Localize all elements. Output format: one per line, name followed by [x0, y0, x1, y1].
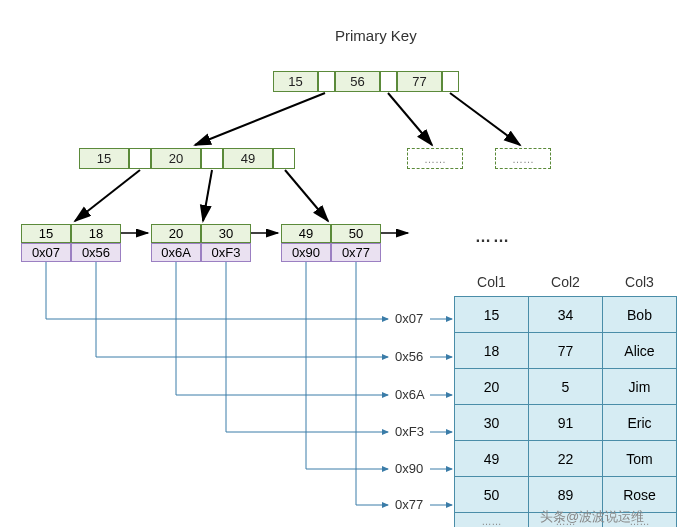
internal-gap — [273, 148, 295, 169]
pointer-line — [176, 262, 388, 395]
leaf-pointer: 0x56 — [71, 243, 121, 262]
root-key: 15 — [273, 71, 318, 92]
leaf-node: 20 30 0x6A 0xF3 — [151, 224, 251, 262]
internal-key: 15 — [79, 148, 129, 169]
pointer-label: 0x90 — [395, 461, 423, 476]
table-header-row: Col1 Col2 Col3 — [455, 268, 677, 297]
root-gap — [380, 71, 397, 92]
table-row: 4922Tom — [455, 441, 677, 477]
pointer-label: 0x56 — [395, 349, 423, 364]
table-header: Col1 — [455, 268, 529, 297]
pointer-label: 0x07 — [395, 311, 423, 326]
root-key: 77 — [397, 71, 442, 92]
table-row: 205Jim — [455, 369, 677, 405]
diagram-title: Primary Key — [335, 27, 417, 44]
pointer-line — [226, 262, 388, 432]
arrow-internal-to-leaf — [285, 170, 328, 221]
table-header: Col3 — [603, 268, 677, 297]
internal-gap — [201, 148, 223, 169]
root-gap — [318, 71, 335, 92]
internal-key: 49 — [223, 148, 273, 169]
root-node: 15 56 77 — [273, 71, 459, 92]
arrow-internal-to-leaf — [203, 170, 212, 221]
arrow-internal-to-leaf — [75, 170, 140, 221]
pointer-label: 0x77 — [395, 497, 423, 512]
leaf-node: 49 50 0x90 0x77 — [281, 224, 381, 262]
leaf-key: 20 — [151, 224, 201, 243]
internal-node: 15 20 49 — [79, 148, 295, 169]
ellipsis: …… — [475, 228, 511, 246]
placeholder-node: …… — [407, 148, 463, 169]
pointer-label: 0xF3 — [395, 424, 424, 439]
watermark-text: 头条@波波说运维 — [540, 508, 644, 526]
arrow-root-to-internal — [195, 93, 325, 145]
root-gap — [442, 71, 459, 92]
table-row: 1877Alice — [455, 333, 677, 369]
diagram-canvas: Primary Key 15 56 77 15 20 49 …… …… 15 1… — [0, 0, 687, 527]
leaf-pointer: 0x6A — [151, 243, 201, 262]
leaf-pointer: 0x77 — [331, 243, 381, 262]
pointer-label: 0x6A — [395, 387, 425, 402]
leaf-pointer: 0xF3 — [201, 243, 251, 262]
leaf-key: 50 — [331, 224, 381, 243]
data-table: Col1 Col2 Col3 1534Bob 1877Alice 205Jim … — [454, 268, 677, 527]
arrow-root-to-placeholder — [450, 93, 520, 145]
table-row: 1534Bob — [455, 297, 677, 333]
leaf-key: 18 — [71, 224, 121, 243]
internal-key: 20 — [151, 148, 201, 169]
pointer-line — [46, 262, 388, 319]
pointer-line — [306, 262, 388, 469]
pointer-line — [356, 262, 388, 505]
table-row: 3091Eric — [455, 405, 677, 441]
leaf-key: 30 — [201, 224, 251, 243]
leaf-node: 15 18 0x07 0x56 — [21, 224, 121, 262]
placeholder-node: …… — [495, 148, 551, 169]
leaf-key: 49 — [281, 224, 331, 243]
arrow-root-to-placeholder — [388, 93, 432, 145]
root-key: 56 — [335, 71, 380, 92]
leaf-key: 15 — [21, 224, 71, 243]
leaf-pointer: 0x90 — [281, 243, 331, 262]
table-header: Col2 — [529, 268, 603, 297]
leaf-pointer: 0x07 — [21, 243, 71, 262]
internal-gap — [129, 148, 151, 169]
pointer-line — [96, 262, 388, 357]
